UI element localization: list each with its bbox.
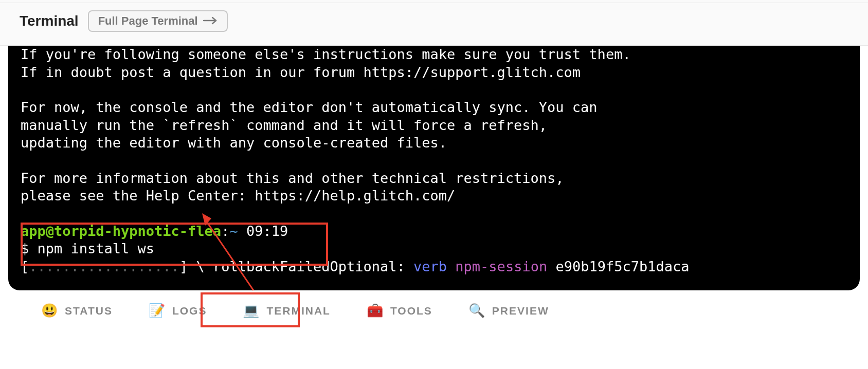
terminal-line: please see the Help Center: https://help… xyxy=(21,187,860,205)
header-bar: Terminal Full Page Terminal xyxy=(0,3,868,46)
terminal-prompt: app@torpid-hypnotic-flea:~ 09:19 xyxy=(21,223,860,241)
footer-tab-preview[interactable]: 🔍 PREVIEW xyxy=(463,300,554,322)
terminal-command-line: $ npm install ws xyxy=(21,240,860,258)
terminal-line: manually run the `refresh` command and i… xyxy=(21,117,860,135)
footer-tab-label: PREVIEW xyxy=(492,305,549,317)
prompt-time: 09:19 xyxy=(238,223,288,239)
arrow-right-icon xyxy=(203,14,218,28)
terminal-line xyxy=(21,81,860,99)
full-page-terminal-label: Full Page Terminal xyxy=(98,14,198,28)
footer-tab-label: LOGS xyxy=(172,305,207,317)
terminal-output[interactable]: If you're following someone else's instr… xyxy=(8,46,860,290)
npm-stage: rollbackFailedOptional: xyxy=(213,259,405,274)
prompt-dollar: $ xyxy=(21,241,38,256)
terminal-line: updating the editor with any console-cre… xyxy=(21,134,860,152)
prompt-colon: : xyxy=(221,223,229,239)
footer-tab-logs[interactable]: 📝 LOGS xyxy=(143,300,212,322)
full-page-terminal-button[interactable]: Full Page Terminal xyxy=(88,10,228,32)
footer-bar: 😃 STATUS 📝 LOGS 💻 TERMINAL 🧰 TOOLS 🔍 PRE… xyxy=(0,290,868,331)
npm-open-bracket: [ xyxy=(21,259,29,274)
footer-tab-label: TOOLS xyxy=(390,305,432,317)
npm-close-bracket: ] xyxy=(179,259,188,274)
terminal-line xyxy=(21,205,860,223)
footer-tab-label: TERMINAL xyxy=(266,305,331,317)
npm-session-id: e90b19f5c7b1daca xyxy=(547,259,689,274)
terminal-line: For more information about this and othe… xyxy=(21,170,860,188)
footer-tab-status[interactable]: 😃 STATUS xyxy=(36,300,118,322)
terminal-line: If in doubt post a question in our forum… xyxy=(21,64,860,82)
toolbox-icon: 🧰 xyxy=(367,303,384,319)
prompt-host: app@torpid-hypnotic-flea xyxy=(21,223,221,239)
prompt-path: ~ xyxy=(229,223,238,239)
smile-icon: 😃 xyxy=(41,303,59,319)
footer-tab-label: STATUS xyxy=(65,305,113,317)
terminal-line: For now, the console and the editor don'… xyxy=(21,99,860,117)
pencil-icon: 📝 xyxy=(149,303,166,319)
footer-tab-terminal[interactable]: 💻 TERMINAL xyxy=(238,300,336,322)
npm-progress-dots: .................. xyxy=(29,259,179,274)
npm-session-label: npm-session xyxy=(455,259,547,274)
laptop-icon: 💻 xyxy=(243,303,260,319)
prompt-command: npm install ws xyxy=(38,241,155,256)
terminal-line: If you're following someone else's instr… xyxy=(21,46,860,64)
npm-spinner: \ xyxy=(188,259,213,274)
panel-title: Terminal xyxy=(20,13,79,29)
footer-tab-tools[interactable]: 🧰 TOOLS xyxy=(361,300,438,322)
npm-verb: verb xyxy=(405,259,456,274)
magnifier-icon: 🔍 xyxy=(468,303,486,319)
npm-progress-line: [..................] \ rollbackFailedOpt… xyxy=(21,258,860,276)
terminal-line xyxy=(21,152,860,170)
